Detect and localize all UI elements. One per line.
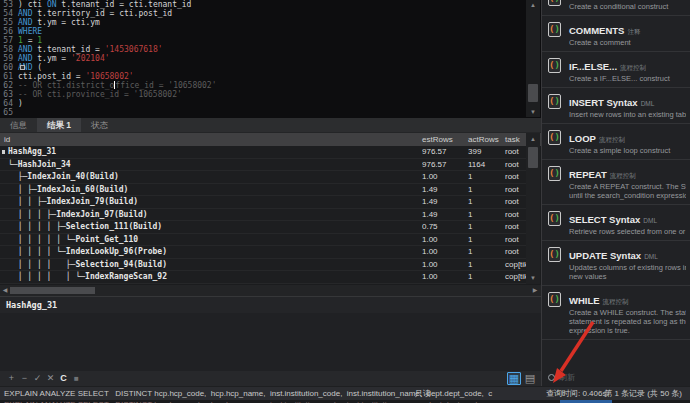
plan-row[interactable]: HashAgg_31976.57399root — [0, 146, 527, 159]
snippet-description: until the search_condition expression is… — [569, 191, 686, 200]
snippet-category-tag: 注释 — [627, 28, 640, 35]
cell-task: root — [505, 209, 527, 222]
cell-id: ├─IndexJoin_40(Build) — [0, 171, 420, 184]
line-number: 59 — [0, 54, 18, 63]
plan-row[interactable]: │ │ │ │ ├─Selection_111(Build)0.751root — [0, 221, 527, 234]
plan-row[interactable]: │ │ ├─IndexJoin_79(Build)1.491root — [0, 196, 527, 209]
grid-view-icon[interactable]: ▦ — [507, 372, 521, 385]
scroll-down-icon[interactable]: ▼ — [526, 107, 540, 117]
editor-vertical-scrollbar[interactable]: ▲ ▼ — [526, 0, 540, 117]
snippet-title: WHILE — [569, 295, 600, 306]
refresh-label: 刷新 — [559, 372, 575, 383]
plan-row[interactable]: │ │ │ │ └─IndexLookUp_96(Probe)1.001root — [0, 246, 527, 259]
stop-icon[interactable]: ■ — [70, 371, 83, 386]
refresh-icon[interactable] — [548, 374, 555, 381]
snippet-category-tag: 流程控制 — [610, 172, 636, 179]
code-text: ) cti ON t.tenant_id = cti.tenant_id — [18, 0, 191, 9]
code-line-58[interactable]: 58AND t.tenant_id = '1453067618' — [0, 45, 541, 54]
snippet-file-icon: () — [548, 0, 561, 6]
plan-row[interactable]: ├─IndexJoin_40(Build)1.001root — [0, 171, 527, 184]
plan-row[interactable]: └─HashJoin_34976.571164root — [0, 159, 527, 172]
cell-actrows: 1 — [468, 234, 504, 247]
scroll-right-icon[interactable]: ▶ — [530, 285, 540, 296]
grid-header: id estRows actRows task — [0, 133, 541, 146]
cell-actrows: 1 — [468, 221, 504, 234]
code-line-56[interactable]: 56WHERE — [0, 27, 541, 36]
cell-task: root — [505, 146, 527, 159]
snippet-file-icon: () — [548, 247, 561, 262]
plan-row[interactable]: │ │ │ │ │ └─Point_Get_1101.001root — [0, 234, 527, 247]
explain-plan-grid: id estRows actRows task HashAgg_31976.57… — [0, 133, 541, 296]
grid-body: HashAgg_31976.57399root└─HashJoin_34976.… — [0, 146, 527, 284]
snippet-partial[interactable]: ()Create a conditional construct — [542, 0, 690, 16]
snippet-description: statement is repeated as long as the sea… — [569, 317, 686, 326]
cell-task: root — [505, 171, 527, 184]
scroll-up-icon[interactable]: ▲ — [526, 134, 540, 144]
code-line-64[interactable]: 64) — [0, 99, 541, 108]
snippet-file-icon: () — [548, 292, 561, 307]
snippet-while[interactable]: ()WHILE流程控制Create a WHILE construct. The… — [542, 286, 690, 340]
snippet-description: Create a IF...ELSE... construct — [569, 74, 686, 83]
code-line-61[interactable]: 61cti.post_id = '10658002' — [0, 72, 541, 81]
editor-scroll-thumb[interactable] — [528, 84, 538, 102]
code-line-53[interactable]: 53) cti ON t.tenant_id = cti.tenant_id — [0, 0, 541, 9]
tab-status[interactable]: 状态 — [81, 118, 118, 132]
snippet-select-syntax[interactable]: ()SELECT SyntaxDMLRetrieve rows selected… — [542, 205, 690, 241]
cell-id: │ │ │ │ ├─Selection_94(Build) — [0, 259, 420, 272]
code-line-65[interactable]: 65 — [0, 108, 541, 117]
scroll-up-icon[interactable]: ▲ — [526, 0, 540, 10]
snippet-repeat[interactable]: ()REPEAT流程控制Create A REPEAT construct. T… — [542, 160, 690, 205]
editor-lines: 53) cti ON t.tenant_id = cti.tenant_id54… — [0, 0, 541, 117]
snippet-insert-syntax[interactable]: ()INSERT SyntaxDMLInsert new rows into a… — [542, 88, 690, 124]
plan-row[interactable]: │ │ │ │ ├─Selection_94(Build)1.001cop[ti… — [0, 259, 527, 272]
scroll-down-icon[interactable]: ▼ — [526, 273, 540, 283]
code-line-60[interactable]: 60AND ( — [0, 63, 541, 72]
snippet-category-tag: DML — [641, 100, 655, 107]
tab-result-1[interactable]: 结果 1 — [37, 118, 81, 132]
cell-value-preview: HashAgg_31 — [0, 296, 541, 313]
column-header-task[interactable]: task — [505, 133, 520, 146]
snippet-category-tag: DML — [644, 253, 658, 260]
cell-estrows: 1.00 — [422, 259, 466, 272]
grid-vertical-scrollbar[interactable]: ▲ ▼ — [526, 133, 540, 284]
cell-task: cop[tikv — [505, 271, 527, 284]
sql-editor[interactable]: 53) cti ON t.tenant_id = cti.tenant_id54… — [0, 0, 541, 118]
cell-task: root — [505, 246, 527, 259]
line-number: 61 — [0, 72, 18, 81]
cell-estrows: 1.00 — [422, 246, 466, 259]
plan-row[interactable]: │ ├─IndexJoin_60(Build)1.491root — [0, 184, 527, 197]
grid-horizontal-scrollbar[interactable]: ◀ ▶ — [0, 285, 541, 296]
cell-actrows: 399 — [468, 146, 504, 159]
cancel-changes-icon[interactable]: ✕ — [44, 371, 57, 386]
cell-task: root — [505, 159, 527, 172]
code-line-62[interactable]: 62-- OR cti.district_office_id = '106580… — [0, 81, 541, 90]
snippet-file-icon: () — [548, 58, 561, 73]
tab-info[interactable]: 信息 — [0, 118, 37, 132]
grid-hscroll-thumb[interactable] — [10, 287, 95, 294]
form-view-icon[interactable]: ▤ — [523, 372, 537, 385]
line-number: 58 — [0, 45, 18, 54]
code-line-55[interactable]: 55AND t.ym = cti.ym — [0, 18, 541, 27]
snippet-if-else[interactable]: ()IF...ELSE...流程控制Create a IF...ELSE... … — [542, 52, 690, 88]
scroll-left-icon[interactable]: ◀ — [0, 285, 10, 296]
plan-row[interactable]: │ │ │ ├─IndexJoin_97(Build)1.491root — [0, 209, 527, 222]
line-number: 64 — [0, 99, 18, 108]
column-header-estrows[interactable]: estRows — [422, 133, 453, 146]
snippet-comments[interactable]: ()COMMENTS注释Create a comment — [542, 16, 690, 52]
delete-row-icon[interactable]: − — [18, 371, 31, 386]
column-header-id[interactable]: id — [4, 133, 10, 146]
snippet-update-syntax[interactable]: ()UPDATE SyntaxDMLUpdates columns of exi… — [542, 241, 690, 286]
grid-scroll-thumb[interactable] — [528, 147, 538, 168]
readonly-badge: 只读 — [415, 387, 431, 400]
code-line-54[interactable]: 54AND t.territory_id = cti.post_id — [0, 9, 541, 18]
code-line-57[interactable]: 571 = 1 — [0, 36, 541, 45]
code-line-63[interactable]: 63-- OR cti.province_id = '10658002' — [0, 90, 541, 99]
commit-icon[interactable]: C — [57, 371, 70, 386]
add-row-icon[interactable]: + — [5, 371, 18, 386]
code-line-59[interactable]: 59AND t.ym = '202104' — [0, 54, 541, 63]
column-header-actrows[interactable]: actRows — [468, 133, 499, 146]
cell-task: root — [505, 196, 527, 209]
snippet-loop[interactable]: ()LOOP流程控制Create a simple loop construct — [542, 124, 690, 160]
apply-changes-icon[interactable]: ✓ — [31, 371, 44, 386]
plan-row[interactable]: │ │ │ │ │ └─IndexRangeScan_921.001cop[ti… — [0, 271, 527, 284]
